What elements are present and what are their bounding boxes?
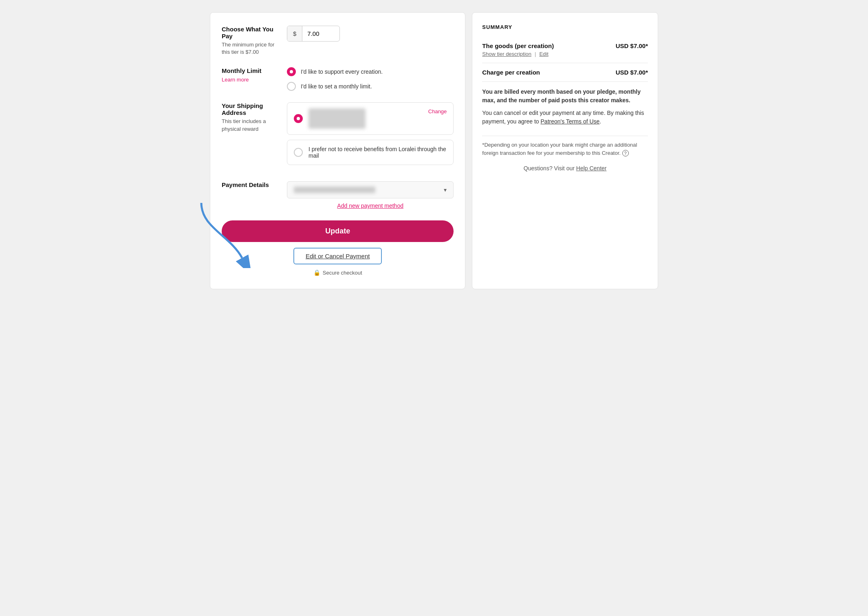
secure-checkout-label: Secure checkout: [323, 270, 362, 276]
shipping-content: Change I prefer not to receive benefits …: [287, 102, 454, 170]
choose-heading: Choose What You Pay: [222, 26, 279, 40]
address-card-selected: Change: [287, 102, 454, 135]
address-radio-selected[interactable]: [294, 114, 303, 123]
shipping-address-section: Your Shipping Address This tier includes…: [222, 102, 454, 170]
choose-label-area: Choose What You Pay The minimum price fo…: [222, 26, 279, 56]
choose-description: The minimum price for this tier is $7.00: [222, 41, 279, 56]
radio-limit-label: I'd like to set a monthly limit.: [301, 83, 372, 90]
no-receive-radio[interactable]: [294, 148, 303, 157]
add-payment-link[interactable]: Add new payment method: [287, 202, 454, 209]
payment-label-area: Payment Details: [222, 181, 279, 209]
goods-left: The goods (per creation) Show tier descr…: [482, 42, 554, 57]
help-center-link[interactable]: Help Center: [576, 165, 607, 172]
edit-goods-link[interactable]: Edit: [539, 51, 548, 57]
payment-details-section: Payment Details ▾ Add new payment method: [222, 181, 454, 209]
chevron-down-icon: ▾: [444, 187, 447, 193]
right-panel: SUMMARY The goods (per creation) Show ti…: [472, 12, 658, 289]
payment-dropdown[interactable]: ▾: [287, 181, 454, 198]
goods-value: USD $7.00*: [616, 42, 648, 49]
charge-label: Charge per creation: [482, 69, 540, 76]
update-button[interactable]: Update: [222, 220, 454, 242]
monthly-content: I'd like to support every creation. I'd …: [287, 67, 454, 91]
monthly-label-area: Monthly Limit Learn more: [222, 67, 279, 91]
cancel-note-text: You can cancel or edit your payment at a…: [482, 109, 648, 126]
left-panel: Choose What You Pay The minimum price fo…: [210, 12, 465, 289]
radio-limit-circle: [287, 82, 296, 91]
goods-sub-links: Show tier description | Edit: [482, 51, 554, 57]
link-divider: |: [535, 51, 536, 57]
learn-more-link[interactable]: Learn more: [222, 77, 249, 83]
radio-every-label: I'd like to support every creation.: [301, 68, 383, 75]
charge-row: Charge per creation USD $7.00*: [482, 63, 648, 82]
monthly-limit-radio-group: I'd like to support every creation. I'd …: [287, 67, 454, 91]
edit-cancel-button[interactable]: Edit or Cancel Payment: [293, 248, 382, 264]
goods-row: The goods (per creation) Show tier descr…: [482, 37, 648, 63]
summary-title: SUMMARY: [482, 24, 648, 30]
shipping-label-area: Your Shipping Address This tier includes…: [222, 102, 279, 170]
radio-every-circle: [287, 67, 296, 76]
goods-label: The goods (per creation): [482, 42, 554, 49]
page-wrapper: Choose What You Pay The minimum price fo…: [210, 12, 658, 289]
show-tier-link[interactable]: Show tier description: [482, 51, 531, 57]
lock-icon: 🔒: [313, 269, 320, 276]
no-receive-label: I prefer not to receive benefits from Lo…: [308, 146, 447, 159]
currency-symbol: $: [287, 26, 302, 41]
choose-content: $: [287, 26, 454, 56]
billing-note-section: You are billed every month based on your…: [482, 82, 648, 136]
price-input-wrapper: $: [287, 26, 340, 42]
monthly-heading: Monthly Limit: [222, 67, 279, 74]
billing-note-text: You are billed every month based on your…: [482, 88, 648, 105]
no-receive-card: I prefer not to receive benefits from Lo…: [287, 140, 454, 165]
secure-checkout-row: 🔒 Secure checkout: [222, 269, 454, 276]
address-blurred-content: [308, 108, 366, 129]
choose-what-you-pay-section: Choose What You Pay The minimum price fo…: [222, 26, 454, 56]
info-icon[interactable]: ?: [622, 150, 629, 156]
payment-content: ▾ Add new payment method: [287, 181, 454, 209]
terms-link[interactable]: Patreon's Terms of Use: [541, 118, 600, 125]
payment-heading: Payment Details: [222, 181, 279, 188]
monthly-limit-section: Monthly Limit Learn more I'd like to sup…: [222, 67, 454, 91]
change-address-link[interactable]: Change: [428, 108, 447, 114]
price-input[interactable]: [302, 26, 335, 41]
shipping-description: This tier includes a physical reward: [222, 118, 279, 132]
payment-blurred-info: [294, 187, 375, 193]
asterisk-note: *Depending on your location your bank mi…: [482, 136, 648, 157]
radio-option-every[interactable]: I'd like to support every creation.: [287, 67, 454, 76]
edit-cancel-wrapper: Edit or Cancel Payment: [222, 248, 454, 264]
help-text: Questions? Visit our: [524, 165, 575, 172]
radio-option-limit[interactable]: I'd like to set a monthly limit.: [287, 82, 454, 91]
charge-value: USD $7.00*: [616, 69, 648, 76]
shipping-heading: Your Shipping Address: [222, 102, 279, 116]
help-section: Questions? Visit our Help Center: [482, 157, 648, 172]
